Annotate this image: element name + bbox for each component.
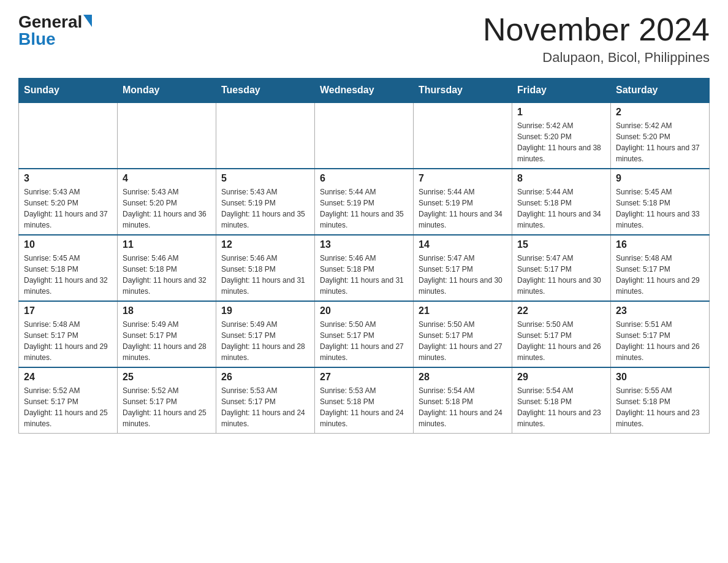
calendar-cell: 9Sunrise: 5:45 AM Sunset: 5:18 PM Daylig… <box>611 169 710 235</box>
day-info: Sunrise: 5:53 AM Sunset: 5:17 PM Dayligh… <box>221 385 309 429</box>
calendar-cell: 14Sunrise: 5:47 AM Sunset: 5:17 PM Dayli… <box>414 235 512 301</box>
day-number: 3 <box>24 173 112 184</box>
day-number: 26 <box>221 372 309 383</box>
day-number: 25 <box>123 372 211 383</box>
calendar-week-2: 3Sunrise: 5:43 AM Sunset: 5:20 PM Daylig… <box>19 169 710 235</box>
calendar-cell: 25Sunrise: 5:52 AM Sunset: 5:17 PM Dayli… <box>118 367 216 434</box>
day-info: Sunrise: 5:43 AM Sunset: 5:20 PM Dayligh… <box>24 186 112 231</box>
day-info: Sunrise: 5:46 AM Sunset: 5:18 PM Dayligh… <box>221 253 309 297</box>
calendar-cell: 16Sunrise: 5:48 AM Sunset: 5:17 PM Dayli… <box>611 235 710 301</box>
calendar-cell: 1Sunrise: 5:42 AM Sunset: 5:20 PM Daylig… <box>512 102 611 169</box>
day-info: Sunrise: 5:43 AM Sunset: 5:20 PM Dayligh… <box>123 186 211 231</box>
day-info: Sunrise: 5:45 AM Sunset: 5:18 PM Dayligh… <box>616 186 704 231</box>
calendar-header-wednesday: Wednesday <box>315 79 414 103</box>
day-number: 29 <box>517 372 605 383</box>
day-info: Sunrise: 5:48 AM Sunset: 5:17 PM Dayligh… <box>616 253 704 297</box>
month-title: November 2024 <box>483 12 710 47</box>
calendar-cell: 19Sunrise: 5:49 AM Sunset: 5:17 PM Dayli… <box>216 301 315 367</box>
calendar-week-1: 1Sunrise: 5:42 AM Sunset: 5:20 PM Daylig… <box>19 102 710 169</box>
day-number: 23 <box>616 305 704 316</box>
calendar-cell: 17Sunrise: 5:48 AM Sunset: 5:17 PM Dayli… <box>19 301 118 367</box>
calendar-cell: 23Sunrise: 5:51 AM Sunset: 5:17 PM Dayli… <box>611 301 710 367</box>
calendar-cell <box>315 102 414 169</box>
calendar-header-monday: Monday <box>118 79 216 103</box>
calendar-header-thursday: Thursday <box>414 79 512 103</box>
day-number: 5 <box>221 173 309 184</box>
day-number: 9 <box>616 173 704 184</box>
page-header: General Blue November 2024 Dalupaon, Bic… <box>18 12 710 66</box>
day-number: 7 <box>419 173 507 184</box>
calendar-cell <box>118 102 216 169</box>
day-info: Sunrise: 5:47 AM Sunset: 5:17 PM Dayligh… <box>517 253 605 297</box>
day-info: Sunrise: 5:44 AM Sunset: 5:19 PM Dayligh… <box>419 186 507 231</box>
day-number: 6 <box>320 173 408 184</box>
calendar-cell: 3Sunrise: 5:43 AM Sunset: 5:20 PM Daylig… <box>19 169 118 235</box>
calendar-cell: 24Sunrise: 5:52 AM Sunset: 5:17 PM Dayli… <box>19 367 118 434</box>
logo-blue-text: Blue <box>18 29 56 49</box>
day-info: Sunrise: 5:49 AM Sunset: 5:17 PM Dayligh… <box>123 319 211 363</box>
day-number: 10 <box>24 239 112 250</box>
day-number: 1 <box>517 107 605 118</box>
calendar-cell: 28Sunrise: 5:54 AM Sunset: 5:18 PM Dayli… <box>414 367 512 434</box>
calendar-cell: 10Sunrise: 5:45 AM Sunset: 5:18 PM Dayli… <box>19 235 118 301</box>
calendar-header-tuesday: Tuesday <box>216 79 315 103</box>
calendar-cell: 27Sunrise: 5:53 AM Sunset: 5:18 PM Dayli… <box>315 367 414 434</box>
day-info: Sunrise: 5:50 AM Sunset: 5:17 PM Dayligh… <box>517 319 605 363</box>
calendar-cell: 29Sunrise: 5:54 AM Sunset: 5:18 PM Dayli… <box>512 367 611 434</box>
calendar-header-saturday: Saturday <box>611 79 710 103</box>
day-number: 24 <box>24 372 112 383</box>
logo-area: General Blue <box>18 12 92 49</box>
day-info: Sunrise: 5:42 AM Sunset: 5:20 PM Dayligh… <box>517 120 605 164</box>
calendar-cell: 22Sunrise: 5:50 AM Sunset: 5:17 PM Dayli… <box>512 301 611 367</box>
calendar-cell <box>216 102 315 169</box>
calendar-cell: 15Sunrise: 5:47 AM Sunset: 5:17 PM Dayli… <box>512 235 611 301</box>
day-info: Sunrise: 5:52 AM Sunset: 5:17 PM Dayligh… <box>123 385 211 429</box>
calendar-cell: 8Sunrise: 5:44 AM Sunset: 5:18 PM Daylig… <box>512 169 611 235</box>
day-number: 12 <box>221 239 309 250</box>
calendar-cell: 5Sunrise: 5:43 AM Sunset: 5:19 PM Daylig… <box>216 169 315 235</box>
day-number: 14 <box>419 239 507 250</box>
day-info: Sunrise: 5:47 AM Sunset: 5:17 PM Dayligh… <box>419 253 507 297</box>
day-info: Sunrise: 5:49 AM Sunset: 5:17 PM Dayligh… <box>221 319 309 363</box>
day-number: 28 <box>419 372 507 383</box>
calendar-cell: 6Sunrise: 5:44 AM Sunset: 5:19 PM Daylig… <box>315 169 414 235</box>
day-number: 30 <box>616 372 704 383</box>
calendar-cell <box>19 102 118 169</box>
calendar-cell: 7Sunrise: 5:44 AM Sunset: 5:19 PM Daylig… <box>414 169 512 235</box>
calendar-cell: 30Sunrise: 5:55 AM Sunset: 5:18 PM Dayli… <box>611 367 710 434</box>
day-info: Sunrise: 5:54 AM Sunset: 5:18 PM Dayligh… <box>419 385 507 429</box>
calendar-header-row: SundayMondayTuesdayWednesdayThursdayFrid… <box>19 79 710 103</box>
calendar-cell: 20Sunrise: 5:50 AM Sunset: 5:17 PM Dayli… <box>315 301 414 367</box>
calendar-cell: 2Sunrise: 5:42 AM Sunset: 5:20 PM Daylig… <box>611 102 710 169</box>
day-info: Sunrise: 5:43 AM Sunset: 5:19 PM Dayligh… <box>221 186 309 231</box>
day-number: 22 <box>517 305 605 316</box>
day-number: 2 <box>616 107 704 118</box>
calendar-cell: 26Sunrise: 5:53 AM Sunset: 5:17 PM Dayli… <box>216 367 315 434</box>
day-info: Sunrise: 5:52 AM Sunset: 5:17 PM Dayligh… <box>24 385 112 429</box>
day-number: 13 <box>320 239 408 250</box>
calendar-cell: 12Sunrise: 5:46 AM Sunset: 5:18 PM Dayli… <box>216 235 315 301</box>
day-number: 27 <box>320 372 408 383</box>
day-info: Sunrise: 5:55 AM Sunset: 5:18 PM Dayligh… <box>616 385 704 429</box>
day-number: 20 <box>320 305 408 316</box>
calendar-cell: 13Sunrise: 5:46 AM Sunset: 5:18 PM Dayli… <box>315 235 414 301</box>
day-number: 21 <box>419 305 507 316</box>
location-subtitle: Dalupaon, Bicol, Philippines <box>483 50 710 66</box>
title-area: November 2024 Dalupaon, Bicol, Philippin… <box>483 12 710 66</box>
day-info: Sunrise: 5:46 AM Sunset: 5:18 PM Dayligh… <box>320 253 408 297</box>
day-number: 19 <box>221 305 309 316</box>
calendar-table: SundayMondayTuesdayWednesdayThursdayFrid… <box>18 78 710 434</box>
day-info: Sunrise: 5:50 AM Sunset: 5:17 PM Dayligh… <box>419 319 507 363</box>
day-info: Sunrise: 5:44 AM Sunset: 5:18 PM Dayligh… <box>517 186 605 231</box>
day-number: 17 <box>24 305 112 316</box>
calendar-cell: 11Sunrise: 5:46 AM Sunset: 5:18 PM Dayli… <box>118 235 216 301</box>
calendar-week-4: 17Sunrise: 5:48 AM Sunset: 5:17 PM Dayli… <box>19 301 710 367</box>
calendar-week-5: 24Sunrise: 5:52 AM Sunset: 5:17 PM Dayli… <box>19 367 710 434</box>
day-number: 15 <box>517 239 605 250</box>
day-info: Sunrise: 5:45 AM Sunset: 5:18 PM Dayligh… <box>24 253 112 297</box>
day-number: 16 <box>616 239 704 250</box>
day-number: 4 <box>123 173 211 184</box>
day-number: 18 <box>123 305 211 316</box>
day-info: Sunrise: 5:54 AM Sunset: 5:18 PM Dayligh… <box>517 385 605 429</box>
calendar-cell: 18Sunrise: 5:49 AM Sunset: 5:17 PM Dayli… <box>118 301 216 367</box>
